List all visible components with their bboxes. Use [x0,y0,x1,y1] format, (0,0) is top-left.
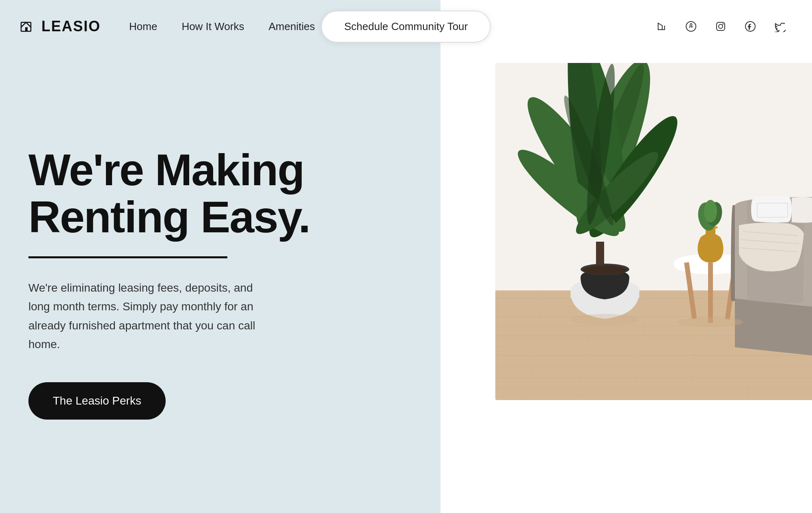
nav-link-amenities[interactable]: Amenities [268,20,315,33]
houzz-icon[interactable] [654,19,669,34]
schedule-tour-button[interactable]: Schedule Community Tour [321,11,491,43]
logo-icon [20,18,37,35]
hero-title: We're Making Renting Easy. [28,146,408,240]
svg-point-53 [678,317,743,327]
svg-point-54 [570,314,639,325]
room-image [495,63,812,400]
room-scene [495,63,812,400]
navbar-center: Schedule Community Tour [321,11,491,43]
svg-rect-43 [708,263,713,323]
hero-title-line2: Renting Easy. [28,192,310,242]
nav-link-how-it-works[interactable]: How It Works [181,20,244,33]
title-divider [28,256,227,258]
instagram-icon[interactable] [713,19,728,34]
page-wrapper: LEASIO Home How It Works Amenities Our P… [0,0,812,513]
hero-description: We're eliminating leasing fees, deposits… [28,279,264,354]
logo-container[interactable]: LEASIO [20,18,101,35]
hero-left-section: We're Making Renting Easy. We're elimina… [0,0,441,513]
hero-right-section [441,0,812,513]
svg-point-48 [704,200,717,223]
hero-title-line1: We're Making [28,145,304,195]
pinterest-icon[interactable] [683,19,699,34]
svg-point-5 [723,24,724,25]
nav-link-home[interactable]: Home [129,20,157,33]
logo-text: LEASIO [41,18,101,35]
navbar: LEASIO Home How It Works Amenities Our P… [0,0,812,53]
navbar-right [633,0,812,53]
svg-point-38 [583,266,627,275]
perks-button[interactable]: The Leasio Perks [28,382,166,420]
twitter-icon[interactable] [772,19,788,34]
facebook-icon[interactable] [743,19,758,34]
svg-rect-1 [25,27,28,31]
svg-point-4 [719,24,723,28]
